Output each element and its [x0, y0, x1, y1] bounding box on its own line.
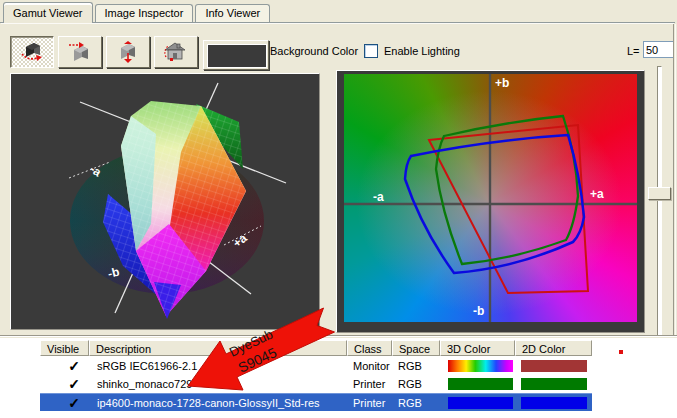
profile-description: ip4600-monaco-1728-canon-GlossyII_Std-re…	[97, 394, 320, 412]
visible-checkmark[interactable]: ✓	[64, 357, 84, 375]
table-row[interactable]: ✓ sRGB IEC61966-2.1 Monitor RGB	[40, 357, 592, 375]
column-header-class[interactable]: Class	[347, 340, 392, 356]
window-right-edge	[673, 24, 674, 335]
profile-space: RGB	[398, 375, 422, 393]
reset-view-button[interactable]	[154, 36, 198, 68]
axis-label-pos-a: +a	[590, 187, 604, 201]
column-header-space[interactable]: Space	[392, 340, 440, 356]
gamut-3d-scene: -a +a -b	[11, 74, 319, 329]
zoom-cube-icon	[114, 41, 142, 63]
column-header-3d-color[interactable]: 3D Color	[440, 340, 515, 356]
tab-baseline-highlight	[1, 23, 674, 24]
3d-color-swatch[interactable]	[448, 397, 513, 409]
tab-image-inspector[interactable]: Image Inspector	[95, 4, 194, 22]
rotate-view-button[interactable]	[10, 36, 54, 68]
red-marker-dot	[619, 350, 623, 354]
profile-class: Printer	[353, 394, 385, 412]
tab-strip: Gamut Viewer Image Inspector Info Viewer	[3, 2, 272, 23]
gamut-2d-overlay: +b -b -a +a	[344, 74, 637, 322]
pan-cube-icon	[66, 41, 94, 63]
zoom-view-button[interactable]	[106, 36, 150, 68]
enable-lighting-checkbox[interactable]	[364, 44, 378, 58]
table-row[interactable]: ✓ ip4600-monaco-1728-canon-GlossyII_Std-…	[40, 393, 592, 411]
l-value-input[interactable]	[643, 41, 674, 58]
profile-description: shinko_monaco729	[97, 375, 192, 393]
2d-color-swatch[interactable]	[521, 397, 587, 409]
pan-view-button[interactable]	[58, 36, 102, 68]
gamut-3d-viewport[interactable]: -a +a -b	[10, 73, 320, 330]
gamut-outline-printer-green	[436, 116, 578, 264]
ab-plane-gradient: +b -b -a +a	[344, 74, 637, 322]
2d-color-swatch[interactable]	[521, 360, 587, 372]
home-icon	[162, 41, 190, 63]
profile-class: Printer	[353, 375, 385, 393]
background-color-button[interactable]	[203, 40, 269, 70]
tab-gamut-viewer[interactable]: Gamut Viewer	[3, 2, 93, 23]
visible-checkmark[interactable]: ✓	[64, 394, 84, 412]
background-color-label: Background Color	[270, 45, 358, 57]
l-slider-thumb[interactable]	[648, 187, 671, 200]
column-header-2d-color[interactable]: 2D Color	[515, 340, 592, 356]
enable-lighting-label: Enable Lighting	[384, 45, 460, 57]
gamut-viewer-window: Gamut Viewer Image Inspector Info Viewer	[0, 0, 677, 418]
axis-label-neg-a: -a	[373, 190, 384, 204]
3d-color-swatch[interactable]	[448, 378, 513, 390]
background-color-swatch	[207, 44, 267, 68]
column-header-description[interactable]: Description	[89, 340, 347, 356]
rotate-cube-icon	[18, 41, 46, 63]
gamut-outline-monitor	[429, 125, 588, 293]
column-header-visible[interactable]: Visible	[40, 340, 89, 356]
profile-space: RGB	[398, 394, 422, 412]
window-right-edge-highlight	[675, 24, 676, 335]
l-slider-track[interactable]	[657, 66, 662, 336]
profile-space: RGB	[398, 357, 422, 375]
visible-checkmark[interactable]: ✓	[64, 375, 84, 393]
gamut-2d-viewport: +b -b -a +a	[336, 70, 645, 333]
profile-description: sRGB IEC61966-2.1	[97, 357, 197, 375]
axis-label-neg-b: -b	[473, 304, 484, 318]
table-row[interactable]: ✓ shinko_monaco729 Printer RGB	[40, 375, 592, 393]
2d-color-swatch[interactable]	[521, 378, 587, 390]
tab-info-viewer[interactable]: Info Viewer	[195, 4, 270, 22]
l-label: L=	[627, 45, 640, 57]
profile-class: Monitor	[353, 357, 390, 375]
content-divider-highlight	[0, 336, 677, 337]
axis-label-pos-b: +b	[495, 76, 509, 90]
3d-color-swatch[interactable]	[448, 360, 513, 372]
